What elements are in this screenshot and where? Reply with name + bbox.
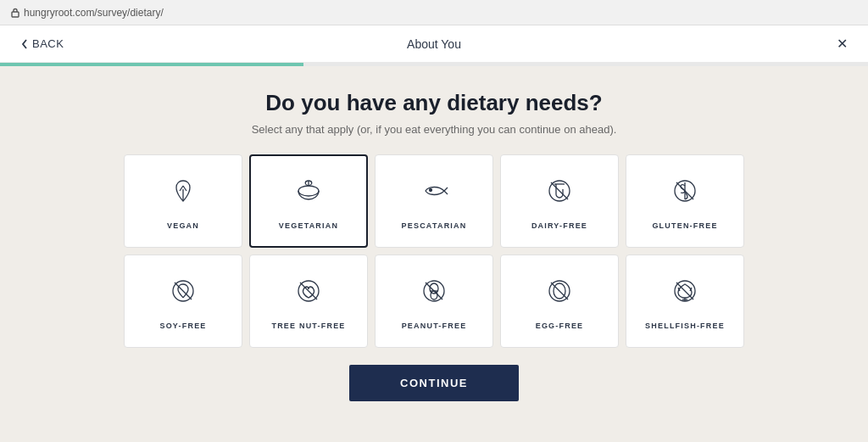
diet-card-shellfish-free[interactable]: SHELLFISH-FREE [626,255,744,348]
chevron-left-icon [20,38,29,50]
page-subheading: Select any that apply (or, if you eat ev… [252,123,617,136]
diet-card-gluten-free[interactable]: GLUTEN-FREE [626,154,744,248]
tree-nut-free-label: TREE NUT-FREE [271,322,345,330]
vegetarian-label: VEGETARIAN [279,221,338,230]
svg-line-19 [676,283,693,299]
pescatarian-icon [415,172,453,213]
diet-card-vegetarian[interactable]: VEGETARIAN [249,154,368,248]
peanut-free-label: PEANUT-FREE [402,322,467,330]
dairy-free-label: DAIRY-FREE [531,221,587,230]
pescatarian-label: PESCATARIAN [402,221,467,230]
shellfish-free-icon [666,272,704,313]
diet-card-pescatarian[interactable]: PESCATARIAN [375,154,493,248]
diet-card-peanut-free[interactable]: PEANUT-FREE [375,255,493,348]
vegan-label: VEGAN [167,221,199,230]
svg-point-1 [298,186,319,196]
shellfish-free-label: SHELLFISH-FREE [645,322,725,330]
back-button[interactable]: BACK [20,37,64,50]
diet-card-egg-free[interactable]: EGG-FREE [500,255,619,348]
svg-point-2 [430,189,432,192]
diet-card-tree-nut-free[interactable]: TREE NUT-FREE [249,255,368,348]
lock-icon [10,8,20,18]
egg-free-icon [541,272,578,313]
diet-options-grid: VEGAN VEGETARIAN [124,154,744,348]
diet-card-soy-free[interactable]: SOY-FREE [124,255,242,348]
main-content: Do you have any dietary needs? Select an… [0,66,868,415]
close-button[interactable]: ✕ [837,36,848,52]
page-heading: Do you have any dietary needs? [265,90,602,116]
svg-rect-0 [12,12,19,17]
browser-bar: hungryroot.com/survey/dietary/ [0,0,868,25]
gluten-free-icon [666,172,704,213]
svg-point-14 [431,291,437,299]
nav-title: About You [407,37,461,51]
svg-line-4 [551,182,568,199]
vegetarian-icon [290,172,327,213]
nav-header: BACK About You ✕ [0,25,868,63]
egg-free-label: EGG-FREE [536,322,584,330]
peanut-free-icon [415,272,453,313]
continue-button[interactable]: CONTINUE [349,365,519,401]
gluten-free-label: GLUTEN-FREE [652,221,717,230]
tree-nut-free-icon [290,272,327,313]
diet-card-dairy-free[interactable]: DAIRY-FREE [500,154,619,248]
soy-free-label: SOY-FREE [159,322,206,330]
soy-free-icon [164,272,202,313]
dairy-free-icon [541,172,578,213]
diet-card-vegan[interactable]: VEGAN [124,154,242,248]
vegan-icon [164,172,202,213]
browser-url: hungryroot.com/survey/dietary/ [24,7,164,19]
